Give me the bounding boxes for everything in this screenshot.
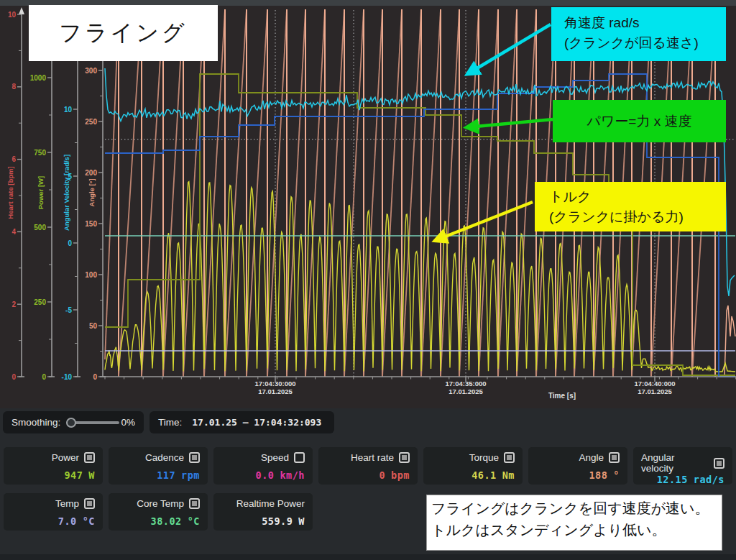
metric-tile-cadence: Cadence 117rpm: [109, 447, 208, 485]
heart-rate-visibility-checkbox[interactable]: [399, 452, 410, 463]
cadence-visibility-checkbox[interactable]: [189, 452, 200, 463]
power-unit: W: [88, 469, 95, 481]
metric-label: Heart rate: [351, 452, 394, 463]
svg-text:50: 50: [89, 322, 98, 330]
svg-text:1000: 1000: [30, 74, 47, 82]
svg-text:10: 10: [8, 11, 17, 19]
smoothing-slider-knob[interactable]: [66, 418, 76, 428]
note-annotation-box: フライングはクランクを回す速度が速い。 トルクはスタンディングより低い。: [426, 495, 722, 551]
metric-label: Realtime Power: [236, 498, 305, 509]
angvel-annotation-line1: 角速度 rad/s: [564, 13, 726, 33]
angular-velocity-unit: rad/s: [694, 474, 724, 485]
svg-text:0: 0: [93, 373, 97, 381]
svg-text:Time [s]: Time [s]: [548, 392, 576, 400]
metric-tile-realtime-power: Realtime Power 559.9W: [213, 493, 313, 531]
angular-velocity-visibility-checkbox[interactable]: [714, 458, 724, 469]
svg-text:Heart rate [bpm]: Heart rate [bpm]: [6, 166, 14, 219]
title-annotation-box: フライング: [29, 5, 218, 61]
time-label: Time:: [158, 417, 182, 428]
svg-text:4: 4: [12, 228, 16, 236]
svg-text:17.01.2025: 17.01.2025: [448, 387, 483, 395]
svg-text:17:04:30:000: 17:04:30:000: [254, 380, 295, 387]
heart-rate-value: 0: [379, 469, 385, 481]
smoothing-value: 0%: [121, 417, 135, 428]
smoothing-label: Smoothing:: [12, 417, 60, 428]
metric-tile-torque: Torque 46.1Nm: [423, 447, 523, 485]
metric-tiles-row2: Temp 7.0°C Core Temp 38.02°C Realtime Po…: [4, 493, 313, 531]
temp-unit: °C: [83, 515, 95, 527]
svg-text:0: 0: [68, 239, 72, 247]
svg-text:17:04:40:000: 17:04:40:000: [634, 380, 675, 387]
metric-tile-core-temp: Core Temp 38.02°C: [109, 493, 208, 531]
smoothing-panel: Smoothing: 0%: [3, 411, 144, 433]
svg-text:150: 150: [85, 220, 97, 228]
svg-text:0: 0: [42, 373, 46, 381]
svg-text:750: 750: [34, 149, 46, 157]
metric-tile-heart-rate: Heart rate 0bpm: [318, 447, 418, 485]
svg-text:200: 200: [85, 169, 97, 177]
angle-value: 188: [589, 469, 607, 481]
core-temp-unit: °C: [188, 515, 200, 527]
torque-annotation-line2: (クランクに掛かる力): [549, 207, 726, 227]
angle-visibility-checkbox[interactable]: [609, 452, 620, 463]
core-temp-visibility-checkbox[interactable]: [189, 498, 200, 509]
svg-text:17:04:35:000: 17:04:35:000: [445, 380, 486, 387]
metric-tile-temp: Temp 7.0°C: [4, 493, 103, 531]
torque-value: 46.1: [472, 469, 497, 481]
svg-text:10: 10: [64, 106, 73, 114]
metric-label: Temp: [55, 498, 79, 509]
temp-visibility-checkbox[interactable]: [84, 498, 95, 509]
svg-text:17.01.2025: 17.01.2025: [258, 387, 293, 395]
svg-text:8: 8: [12, 83, 16, 91]
metric-tile-angular-velocity: Angular velocity 12.15rad/s: [633, 447, 732, 485]
svg-text:500: 500: [34, 224, 46, 231]
note-line1: フライングはクランクを回す速度が速い。: [431, 497, 717, 519]
torque-visibility-checkbox[interactable]: [504, 452, 515, 463]
metric-label: Angle: [579, 452, 604, 463]
metric-tile-speed: Speed 0.0km/h: [213, 447, 313, 485]
metric-label: Angular velocity: [641, 452, 709, 474]
svg-text:-5: -5: [65, 306, 72, 314]
title-annotation-text: フライング: [59, 18, 188, 48]
speed-value: 0.0: [256, 469, 275, 481]
svg-text:Angle [°]: Angle [°]: [88, 178, 96, 206]
realtime-power-value: 559.9: [262, 515, 293, 527]
metric-label: Core Temp: [137, 498, 184, 509]
realtime-power-unit: W: [298, 515, 305, 527]
svg-text:2: 2: [12, 300, 16, 308]
svg-text:Power [W]: Power [W]: [37, 176, 45, 209]
svg-text:250: 250: [85, 118, 97, 126]
angle-unit: °: [613, 469, 620, 481]
svg-text:Angular Velocity [rad/s]: Angular Velocity [rad/s]: [63, 155, 70, 231]
svg-text:300: 300: [85, 67, 97, 75]
angvel-annotation-line2: (クランクが回る速さ): [564, 33, 726, 53]
svg-text:0: 0: [12, 373, 16, 381]
metric-label: Power: [52, 452, 79, 463]
time-value: 17.01.25 – 17:04:32:093: [192, 417, 321, 428]
speed-unit: km/h: [280, 469, 305, 481]
angular-velocity-value: 12.15: [657, 474, 688, 485]
torque-annotation-line1: トルク: [549, 187, 726, 207]
metric-tiles-row1: Power 947W Cadence 117rpm Speed 0.0km/h …: [4, 447, 732, 485]
note-line2: トルクはスタンディングより低い。: [431, 519, 717, 541]
time-panel: Time: 17.01.25 – 17:04:32:093: [150, 411, 334, 433]
power-visibility-checkbox[interactable]: [84, 452, 95, 463]
cadence-value: 117: [157, 469, 175, 481]
smoothing-slider[interactable]: [66, 418, 114, 428]
temp-value: 7.0: [58, 515, 77, 527]
metric-label: Cadence: [145, 452, 184, 463]
metric-tile-angle: Angle 188°: [528, 447, 627, 485]
power-annotation-box: パワー=力 x 速度: [553, 100, 726, 142]
cadence-unit: rpm: [181, 469, 200, 481]
metric-label: Torque: [469, 452, 499, 463]
speed-visibility-checkbox[interactable]: [294, 452, 305, 463]
window-bottom-strip: [0, 554, 736, 560]
heart-rate-unit: bpm: [391, 469, 410, 481]
power-annotation-text: パワー=力 x 速度: [586, 112, 691, 131]
svg-text:17.01.2025: 17.01.2025: [638, 387, 672, 395]
torque-unit: Nm: [502, 469, 515, 481]
svg-text:-10: -10: [62, 373, 73, 381]
metric-label: Speed: [261, 452, 289, 463]
power-value: 947: [64, 469, 83, 481]
core-temp-value: 38.02: [151, 515, 182, 527]
